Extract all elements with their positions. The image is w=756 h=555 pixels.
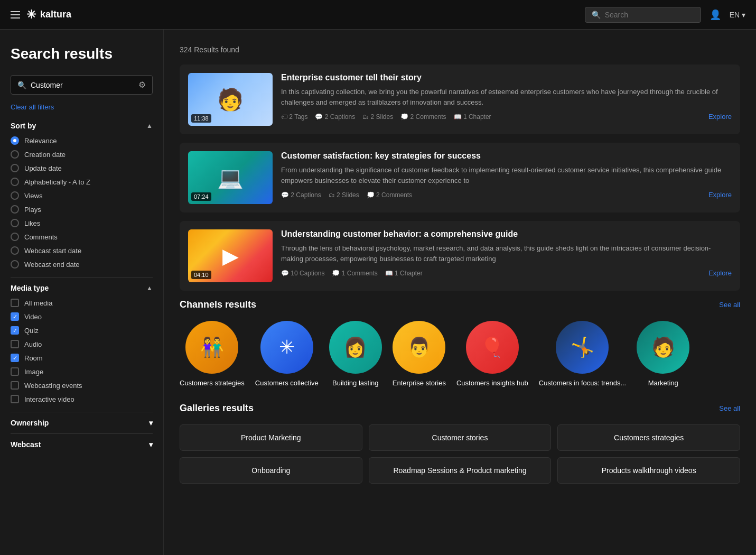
logo-text: kaltura [40, 9, 71, 20]
result-title-3: Understanding customer behavior: a compr… [281, 229, 732, 239]
media-option-image[interactable]: Image [11, 367, 153, 376]
gallery-btn-products-walkthrough[interactable]: Products walkthrough videos [557, 457, 740, 484]
channel-avatar-1: 👫 [185, 321, 238, 374]
channel-customers-focus[interactable]: 🤸 Customers in focus: trends... [539, 321, 626, 387]
sort-option-comments[interactable]: Comments [11, 233, 153, 241]
sort-option-creation-date[interactable]: Creation date [11, 150, 153, 159]
explore-btn-2[interactable]: Explore [698, 191, 732, 199]
channel-name-4: Enterprise stories [393, 379, 446, 387]
captions-meta-3: 💬 10 Captions [281, 270, 324, 277]
header-search-bar[interactable]: 🔍 [585, 7, 701, 23]
sort-option-webcast-end[interactable]: Webcast end date [11, 260, 153, 269]
channel-customers-strategies[interactable]: 👫 Customers strategies [180, 321, 245, 387]
chevron-down-icon-webcast: ▾ [149, 440, 153, 449]
channels-section-header: Channels results See all [180, 299, 740, 310]
sort-option-plays[interactable]: Plays [11, 205, 153, 214]
media-option-quiz[interactable]: Quiz [11, 326, 153, 335]
result-card-2: 💻 07:24 Customer satisfaction: key strat… [180, 143, 740, 212]
sort-option-update-date[interactable]: Update date [11, 164, 153, 172]
checkbox-audio [11, 340, 19, 348]
galleries-see-all[interactable]: See all [719, 404, 740, 412]
comments-meta-3: 💭 1 Comments [332, 270, 377, 277]
header: ✳ kaltura 🔍 👤 EN ▾ [0, 0, 756, 30]
result-info-3: Understanding customer behavior: a compr… [281, 229, 732, 277]
gear-icon[interactable]: ⚙ [138, 80, 146, 90]
filter-input[interactable] [31, 81, 134, 89]
media-option-all[interactable]: All media [11, 299, 153, 307]
sort-option-relevance[interactable]: Relevance [11, 136, 153, 145]
checkbox-quiz [11, 326, 19, 335]
media-option-webcasting[interactable]: Webcasting events [11, 381, 153, 390]
gallery-btn-customers-strategies[interactable]: Customers strategies [557, 424, 740, 451]
ownership-section[interactable]: Ownership ▾ [11, 412, 153, 433]
sort-option-alphabetically[interactable]: Alphabetically - A to Z [11, 178, 153, 186]
channels-title: Channels results [180, 299, 256, 310]
slides-meta: 🗂 2 Slides [362, 113, 393, 121]
video-duration-2: 07:24 [191, 192, 211, 201]
result-title-2: Customer satisfaction: key strategies fo… [281, 151, 732, 161]
explore-btn-3[interactable]: Explore [698, 269, 732, 277]
result-card-1: 🧑 11:38 Enterprise customer tell their s… [180, 64, 740, 134]
result-desc-3: Through the lens of behavioral psycholog… [281, 243, 732, 264]
main-container: Search results 🔍 ⚙ Clear all filters Sor… [0, 30, 756, 555]
checkbox-interactive [11, 395, 19, 403]
galleries-section-header: Galleries results See all [180, 403, 740, 414]
gallery-btn-customer-stories[interactable]: Customer stories [369, 424, 552, 451]
radio-update-date [11, 164, 19, 172]
channel-enterprise-stories[interactable]: 👨 Enterprise stories [393, 321, 446, 387]
hamburger-menu[interactable] [11, 11, 20, 18]
checkbox-image [11, 367, 19, 376]
result-desc-2: From understanding the significance of c… [281, 165, 732, 186]
media-type-header[interactable]: Media type ▲ [11, 284, 153, 292]
channel-name-2: Customers collective [255, 379, 319, 387]
channels-see-all[interactable]: See all [719, 301, 740, 309]
radio-likes [11, 219, 19, 227]
radio-webcast-start [11, 246, 19, 255]
filter-search-bar[interactable]: 🔍 ⚙ [11, 75, 153, 95]
gallery-btn-onboarding[interactable]: Onboarding [180, 457, 362, 484]
sort-option-webcast-start[interactable]: Webcast start date [11, 246, 153, 255]
webcast-section[interactable]: Webcast ▾ [11, 433, 153, 455]
video-thumbnail-3[interactable]: ▶ 04:10 [188, 229, 273, 282]
gallery-btn-product-marketing[interactable]: Product Marketing [180, 424, 362, 451]
radio-plays [11, 205, 19, 214]
sort-options: Relevance Creation date Update date Alph… [11, 136, 153, 269]
explore-btn-1[interactable]: Explore [698, 113, 732, 121]
channel-marketing[interactable]: 🧑 Marketing [637, 321, 689, 387]
sort-by-header[interactable]: Sort by ▲ [11, 122, 153, 130]
sort-option-views[interactable]: Views [11, 191, 153, 200]
result-meta-2: 💬 2 Captions 🗂 2 Slides 💭 2 Comments [281, 191, 412, 199]
clear-filters-link[interactable]: Clear all filters [11, 103, 153, 111]
channel-customers-collective[interactable]: ✳ Customers collective [255, 321, 319, 387]
media-option-room[interactable]: Room [11, 354, 153, 362]
chevron-up-icon-media: ▲ [146, 284, 153, 292]
chapter-meta-3: 📖 1 Chapter [385, 270, 423, 277]
logo[interactable]: ✳ kaltura [26, 8, 71, 22]
slides-meta-2: 🗂 2 Slides [329, 191, 359, 199]
language-selector[interactable]: EN ▾ [730, 11, 745, 19]
channel-avatar-5: 🎈 [466, 321, 519, 374]
channel-customers-insights[interactable]: 🎈 Customers insights hub [456, 321, 528, 387]
gallery-btn-roadmap-sessions[interactable]: Roadmap Sessions & Product marketing [369, 457, 552, 484]
result-desc-1: In this captivating collection, we bring… [281, 87, 732, 107]
media-option-audio[interactable]: Audio [11, 340, 153, 348]
content-area: 324 Results found 🧑 11:38 Enterprise cus… [164, 30, 756, 555]
kaltura-logo-icon: ✳ [26, 8, 36, 22]
channel-avatar-2: ✳ [260, 321, 313, 374]
search-input[interactable] [605, 11, 694, 19]
result-title-1: Enterprise customer tell their story [281, 73, 732, 82]
sidebar: Search results 🔍 ⚙ Clear all filters Sor… [0, 30, 164, 555]
channel-name-1: Customers strategies [180, 379, 245, 387]
radio-views [11, 191, 19, 200]
galleries-title: Galleries results [180, 403, 254, 414]
media-option-interactive[interactable]: Interactive video [11, 395, 153, 403]
media-type-section: Media type ▲ All media Video Quiz [11, 284, 153, 403]
media-options: All media Video Quiz Audio Room [11, 299, 153, 403]
media-option-video[interactable]: Video [11, 312, 153, 321]
user-icon[interactable]: 👤 [710, 9, 721, 21]
video-thumbnail-1[interactable]: 🧑 11:38 [188, 73, 273, 126]
channel-building-lasting[interactable]: 👩 Building lasting [329, 321, 382, 387]
video-thumbnail-2[interactable]: 💻 07:24 [188, 151, 273, 204]
sort-option-likes[interactable]: Likes [11, 219, 153, 227]
header-left: ✳ kaltura [11, 8, 585, 22]
